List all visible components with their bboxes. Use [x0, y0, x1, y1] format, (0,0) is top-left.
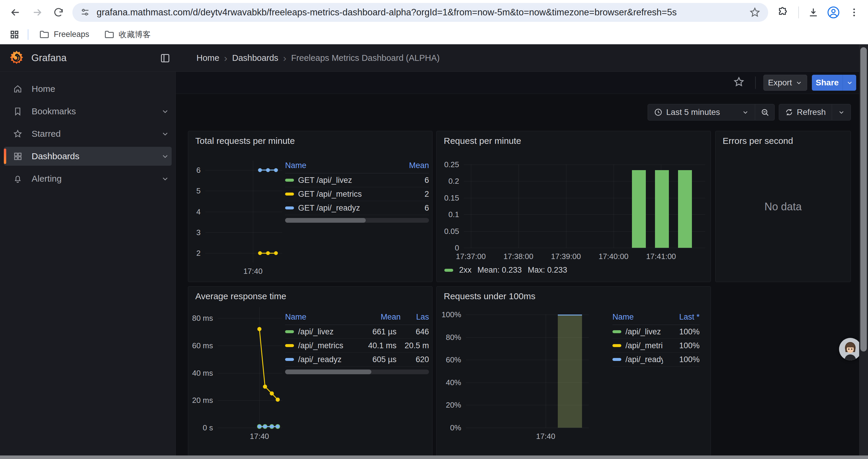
x-tick-label: 17:37:00: [456, 252, 486, 261]
legend-row[interactable]: /api/_livez 100%: [613, 325, 700, 339]
download-icon[interactable]: [806, 5, 821, 20]
panel-title[interactable]: Average response time: [195, 291, 286, 301]
breadcrumb-current: Freeleaps Metrics Dashboard (ALPHA): [291, 53, 440, 63]
dashboards-grid-icon: [4, 152, 32, 161]
legend-col-mean[interactable]: Mean: [356, 313, 401, 322]
chevron-down-icon[interactable]: [161, 174, 169, 183]
legend-scrollbar[interactable]: [285, 369, 429, 374]
time-range-picker[interactable]: Last 5 minutes: [648, 104, 755, 121]
legend-row[interactable]: GET /api/_livez 6: [285, 173, 429, 187]
bar: [678, 170, 692, 248]
panel-title[interactable]: Total requests per minute: [195, 136, 295, 146]
forward-icon[interactable]: [28, 4, 46, 21]
profile-icon[interactable]: [826, 5, 841, 20]
favorite-star-icon[interactable]: [733, 76, 745, 88]
bookmarks-divider: [28, 29, 28, 40]
panel-errors-per-second: Errors per second No data: [715, 131, 851, 282]
vertical-scrollbar-thumb[interactable]: [860, 47, 867, 352]
breadcrumb-dashboards[interactable]: Dashboards: [232, 53, 278, 63]
legend-row[interactable]: /api/_readyz 605 µs 620: [285, 353, 429, 366]
chevron-down-icon: [742, 109, 749, 116]
reload-icon[interactable]: [50, 4, 67, 21]
sidebar-item-dashboards[interactable]: Dashboards: [4, 147, 172, 166]
breadcrumb-home[interactable]: Home: [196, 53, 219, 63]
chevron-down-icon: [795, 79, 802, 86]
legend-col-last[interactable]: Las: [401, 313, 429, 322]
legend-col-name[interactable]: Name: [285, 313, 356, 322]
legend-col-mean[interactable]: Mean: [397, 161, 429, 170]
refresh-button[interactable]: Refresh: [779, 104, 832, 121]
legend-row[interactable]: GET /api/_readyz 6: [285, 201, 429, 215]
legend-col-last[interactable]: Last *: [667, 313, 700, 322]
extensions-icon[interactable]: [776, 5, 790, 20]
data-point: [270, 425, 274, 428]
site-settings-icon[interactable]: [80, 7, 90, 18]
url-bar[interactable]: grafana.mathmast.com/d/deytv4rwavabkb/fr…: [72, 3, 768, 22]
bar: [632, 170, 646, 248]
y-tick-label: 40 ms: [192, 368, 213, 378]
menu-kebab-icon[interactable]: [847, 5, 862, 20]
series-name[interactable]: 2xx: [459, 266, 471, 275]
legend-row[interactable]: /api/_metrics 40.1 ms 20.5 m: [285, 339, 429, 353]
panel-title[interactable]: Request per minute: [444, 136, 521, 146]
sidebar-item-home[interactable]: Home: [4, 79, 172, 98]
request-per-minute-chart[interactable]: 00.050.10.150.20.2517:37:0017:38:0017:39…: [464, 165, 705, 248]
bookmark-folder-freeleaps[interactable]: Freeleaps: [34, 28, 94, 42]
bookmark-folder-blogs[interactable]: 收藏博客: [99, 28, 155, 42]
legend-row[interactable]: /api/_metrics 100%: [613, 339, 700, 353]
panel-title[interactable]: Requests under 100ms: [444, 291, 535, 301]
share-dropdown-button[interactable]: [843, 75, 856, 91]
legend-row[interactable]: GET /api/_metrics 2: [285, 187, 429, 201]
data-point: [274, 168, 278, 172]
chevron-down-icon[interactable]: [161, 130, 169, 138]
data-point: [263, 425, 267, 428]
floating-assistant-avatar[interactable]: [839, 338, 862, 360]
zoom-out-icon: [761, 108, 769, 117]
grafana-logo[interactable]: [8, 50, 25, 66]
time-picker-group: Last 5 minutes: [648, 104, 775, 121]
share-button[interactable]: Share: [812, 75, 843, 91]
apps-grid-icon[interactable]: [7, 27, 22, 42]
y-tick-label: 2: [196, 249, 200, 258]
sidebar-item-bookmarks[interactable]: Bookmarks: [4, 102, 172, 121]
legend-row[interactable]: /api/_readyz 100%: [613, 353, 700, 366]
y-tick-label: 0.1: [448, 210, 459, 219]
breadcrumb: Home › Dashboards › Freeleaps Metrics Da…: [196, 44, 440, 71]
legend-inline[interactable]: 2xx Mean: 0.233 Max: 0.233: [444, 266, 567, 275]
sidebar-nav: Home Bookmarks Starred Dashboards Alerti…: [0, 72, 176, 459]
chevron-down-icon[interactable]: [161, 152, 169, 160]
legend-row[interactable]: /api/_livez 661 µs 646: [285, 325, 429, 339]
url-text[interactable]: grafana.mathmast.com/d/deytv4rwavabkb/fr…: [97, 7, 749, 18]
vertical-scrollbar[interactable]: [859, 44, 868, 459]
series-color-pill: [285, 358, 294, 361]
sidebar-toggle-icon[interactable]: [159, 53, 171, 64]
sidebar-item-alerting[interactable]: Alerting: [4, 169, 172, 188]
series-color-pill: [444, 269, 453, 272]
refresh-icon: [785, 108, 793, 117]
legend-scrollbar[interactable]: [285, 218, 429, 223]
horizontal-scrollbar[interactable]: [0, 455, 868, 459]
y-tick-label: 0.15: [444, 193, 459, 202]
legend-table: Name Last * /api/_livez 100% /api/_metri…: [613, 311, 700, 366]
legend-table: Name Mean GET /api/_livez 6 GET /api/_me…: [285, 159, 429, 223]
total-requests-chart[interactable]: 2345617:40: [205, 161, 282, 263]
back-icon[interactable]: [6, 4, 24, 21]
legend-col-name[interactable]: Name: [613, 313, 667, 322]
sidebar-item-starred[interactable]: Starred: [4, 124, 172, 143]
requests-under-100ms-chart[interactable]: 0%20%40%60%80%100%17:40: [466, 315, 589, 428]
zoom-out-button[interactable]: [755, 104, 775, 121]
bookmark-icon: [4, 107, 32, 116]
x-tick-label: 17:38:00: [503, 252, 533, 261]
legend-col-name[interactable]: Name: [285, 161, 397, 170]
average-response-time-chart[interactable]: 0 s20 ms40 ms60 ms80 ms17:40: [218, 307, 282, 428]
y-tick-label: 40%: [446, 378, 461, 387]
bookmark-star-icon[interactable]: [749, 7, 761, 18]
y-tick-label: 0.2: [448, 177, 459, 186]
y-tick-label: 100%: [442, 310, 462, 319]
export-button[interactable]: Export: [764, 75, 807, 91]
y-tick-label: 5: [196, 186, 200, 196]
chevron-down-icon[interactable]: [161, 107, 169, 116]
refresh-interval-dropdown[interactable]: [832, 104, 851, 121]
panel-title[interactable]: Errors per second: [723, 136, 793, 146]
brand-name[interactable]: Grafana: [31, 52, 66, 64]
